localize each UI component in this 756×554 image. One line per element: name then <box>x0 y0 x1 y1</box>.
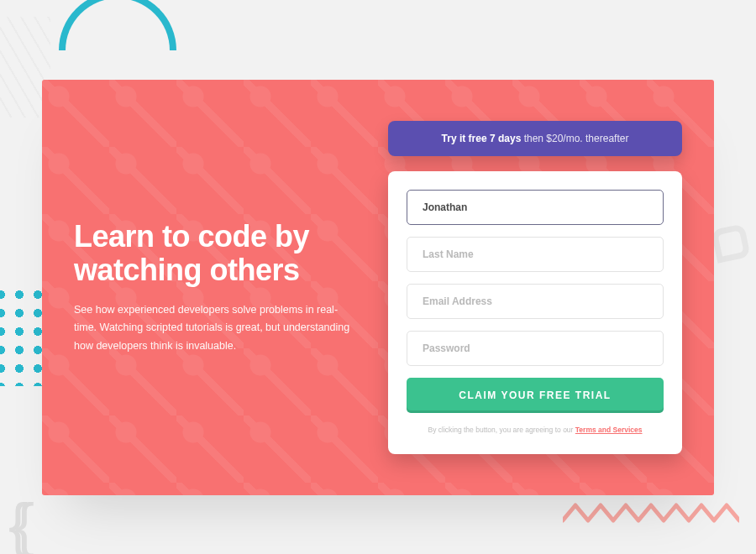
decoration-speech-bubble <box>711 223 750 263</box>
signup-hero: Learn to code by watching others See how… <box>42 80 714 495</box>
promo-banner[interactable]: Try it free 7 days then $20/mo. thereaft… <box>388 121 682 156</box>
decoration-braces: {{ <box>8 504 21 546</box>
submit-button[interactable]: CLAIM YOUR FREE TRIAL <box>407 378 664 413</box>
last-name-field[interactable] <box>407 237 664 272</box>
signup-form: CLAIM YOUR FREE TRIAL By clicking the bu… <box>388 171 682 454</box>
terms-link[interactable]: Terms and Services <box>575 426 643 434</box>
decoration-arc <box>59 0 176 50</box>
hero-copy: Learn to code by watching others See how… <box>74 220 363 355</box>
promo-bold: Try it free 7 days <box>442 133 522 144</box>
password-field[interactable] <box>407 331 664 366</box>
terms-prefix: By clicking the button, you are agreeing… <box>428 426 575 434</box>
first-name-field[interactable] <box>407 190 664 225</box>
hero-subcopy: See how experienced developers solve pro… <box>74 301 351 355</box>
decoration-zigzag <box>563 500 739 529</box>
zigzag-icon <box>563 500 739 529</box>
terms-text: By clicking the button, you are agreeing… <box>407 425 664 436</box>
email-field[interactable] <box>407 284 664 319</box>
hero-headline: Learn to code by watching others <box>74 220 363 286</box>
promo-rest: then $20/mo. thereafter <box>521 133 628 144</box>
signup-panel: Try it free 7 days then $20/mo. thereaft… <box>388 121 682 454</box>
